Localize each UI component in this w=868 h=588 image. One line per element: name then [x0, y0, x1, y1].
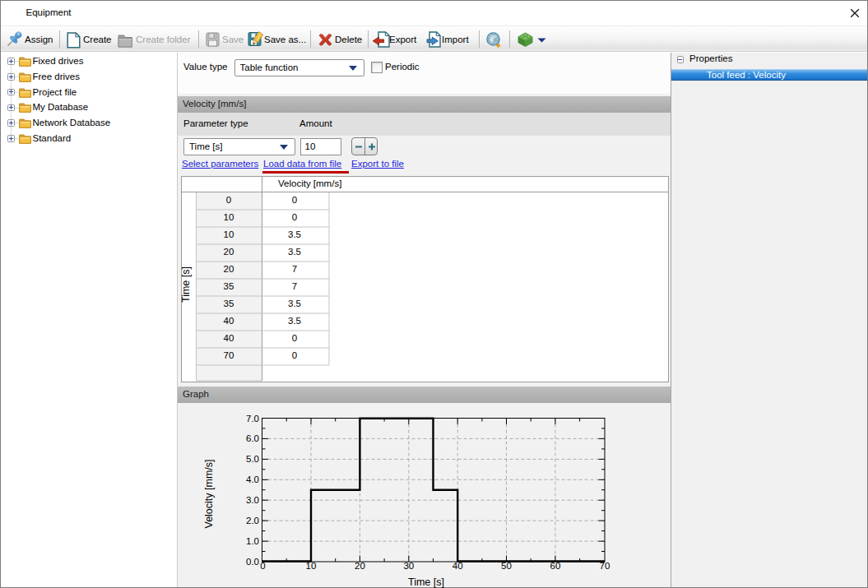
svg-text:3.0: 3.0: [246, 495, 259, 505]
svg-text:Velocity [mm/s]: Velocity [mm/s]: [203, 459, 215, 528]
svg-text:20: 20: [355, 561, 365, 571]
svg-text:0.0: 0.0: [246, 557, 259, 567]
svg-text:Time [s]: Time [s]: [408, 576, 444, 588]
svg-text:10: 10: [306, 561, 317, 571]
svg-text:60: 60: [550, 561, 561, 571]
svg-text:30: 30: [403, 561, 414, 571]
svg-text:1.0: 1.0: [246, 536, 259, 546]
svg-text:70: 70: [600, 561, 610, 571]
svg-text:0: 0: [260, 561, 265, 571]
svg-text:2.0: 2.0: [246, 516, 259, 525]
svg-text:7.0: 7.0: [246, 414, 259, 424]
svg-text:4.0: 4.0: [246, 475, 259, 484]
svg-text:6.0: 6.0: [246, 433, 259, 443]
svg-text:50: 50: [501, 561, 512, 571]
svg-text:5.0: 5.0: [246, 454, 259, 464]
svg-text:40: 40: [453, 561, 463, 571]
